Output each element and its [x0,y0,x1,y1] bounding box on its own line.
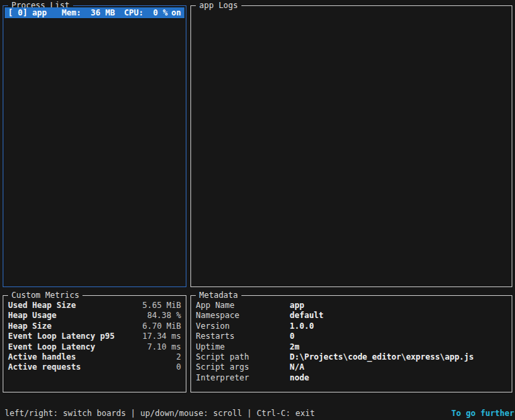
metadata-row: Namespace default [196,311,507,321]
custom-metrics-panel[interactable]: Custom Metrics Used Heap Size 5.65 MiB H… [3,295,186,392]
metadata-label: App Name [196,301,290,311]
logs-panel[interactable]: app Logs [190,5,512,287]
metric-value: 6.70 MiB [142,321,181,331]
metric-row: Active requests 0 [8,362,181,372]
metadata-value: default [290,311,324,321]
metadata-value: app [290,301,304,311]
custom-metrics-rows: Used Heap Size 5.65 MiB Heap Usage 84.38… [3,296,186,373]
metadata-label: Namespace [196,311,290,321]
metadata-label: Script path [196,352,290,362]
statusbar-promo-link: To go further [451,409,514,418]
metadata-value: 1.0.0 [290,321,314,331]
metadata-label: Restarts [196,331,290,342]
metadata-panel[interactable]: Metadata App Name app Namespace default … [190,295,512,392]
process-name: [ 0] app [8,8,62,17]
metadata-row: Script path D:\Projects\code_editor\expr… [196,352,507,362]
metric-label: Event Loop Latency p95 [8,331,115,342]
metadata-label: Version [196,321,290,331]
metadata-row: Script args N/A [196,362,507,372]
metric-value: 5.65 MiB [142,301,181,311]
metric-row: Active handles 2 [8,352,181,362]
metric-value: 84.38 % [147,311,181,321]
metadata-label: Uptime [196,342,290,352]
metric-value: 2 [176,352,181,362]
metadata-value: D:\Projects\code_editor\express\app.js [290,352,474,362]
metadata-value: 2m [290,342,299,352]
process-cpu: CPU: 0 % [124,8,172,17]
metric-value: 0 [176,362,181,372]
metric-row: Heap Size 6.70 MiB [8,321,181,331]
metric-label: Active requests [8,362,80,372]
metadata-rows: App Name app Namespace default Version 1… [191,296,512,383]
metric-row: Used Heap Size 5.65 MiB [8,301,181,311]
process-row-selected[interactable]: [ 0] app Mem: 36 MB CPU: 0 % on [5,7,184,18]
metadata-label: Script args [196,362,290,372]
metric-row: Event Loop Latency 7.10 ms [8,342,181,352]
metadata-title: Metadata [196,290,241,301]
metric-label: Event Loop Latency [8,342,95,352]
logs-title: app Logs [196,0,241,11]
metric-value: 17.34 ms [142,331,181,342]
metric-row: Event Loop Latency p95 17.34 ms [8,331,181,342]
metadata-row: App Name app [196,301,507,311]
statusbar-keyboard-hints: left/right: switch boards | up/down/mous… [5,409,314,418]
metadata-value: node [290,373,309,383]
process-list-panel[interactable]: Process List [ 0] app Mem: 36 MB CPU: 0 … [3,5,186,287]
process-status: on [172,8,181,17]
metric-label: Active handles [8,352,76,362]
metric-label: Used Heap Size [8,301,76,311]
metadata-value: N/A [290,362,304,372]
metadata-row: Version 1.0.0 [196,321,507,331]
metric-label: Heap Size [8,321,52,331]
metadata-value: 0 [290,331,294,342]
metadata-row: Interpreter node [196,373,507,383]
metadata-row: Restarts 0 [196,331,507,342]
metadata-row: Uptime 2m [196,342,507,352]
process-memory: Mem: 36 MB [62,8,124,17]
metadata-label: Interpreter [196,373,290,383]
metric-label: Heap Usage [8,311,56,321]
metric-value: 7.10 ms [147,342,181,352]
custom-metrics-title: Custom Metrics [8,290,82,301]
metric-row: Heap Usage 84.38 % [8,311,181,321]
